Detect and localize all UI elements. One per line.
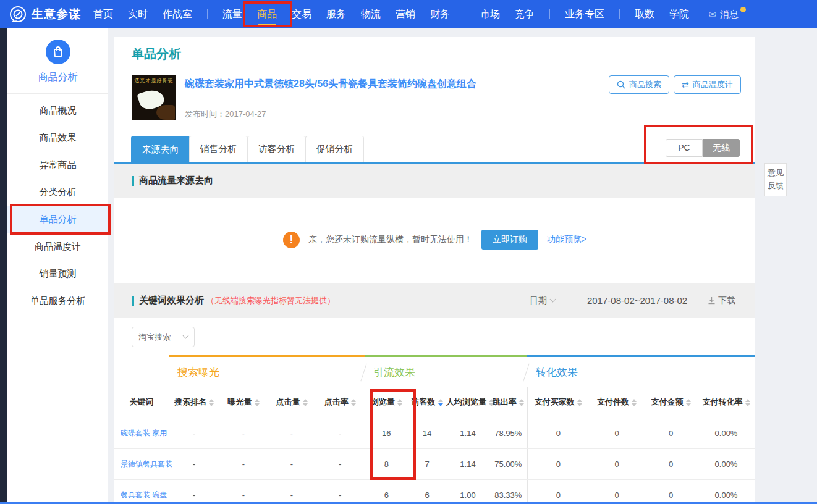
nav-item-服务[interactable]: 服务 bbox=[326, 0, 346, 28]
nav-divider bbox=[207, 9, 208, 19]
cell-支付买家数: 0 bbox=[527, 418, 589, 449]
keyword-section-bar: 关键词效果分析 （无线端搜索曝光指标暂无法提供） 日期 2017-08-02~2… bbox=[114, 283, 755, 318]
download-button[interactable]: 下载 bbox=[708, 295, 735, 306]
feature-preview-link[interactable]: 功能预览> bbox=[547, 234, 586, 245]
sort-icon[interactable] bbox=[686, 399, 691, 406]
product-search-label: 商品搜索 bbox=[629, 79, 661, 90]
nav-item-业务专区[interactable]: 业务专区 bbox=[565, 0, 604, 28]
tab-来源去向[interactable]: 来源去向 bbox=[131, 136, 190, 162]
sort-icon[interactable] bbox=[745, 399, 750, 406]
sort-down-arrow bbox=[397, 403, 402, 406]
column-header-跳出率[interactable]: 跳出率 bbox=[489, 387, 527, 418]
channel-select[interactable]: 淘宝搜索 bbox=[132, 327, 195, 347]
toggle-option-PC[interactable]: PC bbox=[666, 139, 703, 157]
top-navbar: 生意参谋 首页实时作战室流量商品交易服务物流营销财务市场竞争业务专区取数学院 ✉… bbox=[0, 0, 817, 28]
sidebar-header[interactable]: 商品分析 bbox=[7, 28, 108, 94]
nav-item-学院[interactable]: 学院 bbox=[669, 0, 689, 28]
sidebar-item-销量预测[interactable]: 销量预测 bbox=[7, 260, 108, 287]
keyword-link[interactable]: 碗碟套装 家用 bbox=[114, 418, 169, 449]
main-content: 单品分析 透光才是好骨瓷 碗碟套装家用中式景德镇28头/56头骨瓷餐具套装简约碗… bbox=[114, 37, 755, 504]
column-header-点击量[interactable]: 点击量 bbox=[268, 387, 316, 418]
cell-曝光量: - bbox=[219, 480, 268, 504]
product-title-link[interactable]: 碗碟套装家用中式景德镇28头/56头骨瓷餐具套装简约碗盘创意组合 bbox=[185, 78, 593, 91]
nav-item-交易[interactable]: 交易 bbox=[292, 0, 311, 28]
sidebar-item-商品温度计[interactable]: 商品温度计 bbox=[7, 233, 108, 260]
product-thermometer-button[interactable]: ⇄ 商品温度计 bbox=[674, 75, 741, 94]
sort-icon[interactable] bbox=[577, 399, 582, 406]
nav-item-市场[interactable]: 市场 bbox=[480, 0, 500, 28]
flow-section-bar: 商品流量来源去向 bbox=[114, 164, 755, 198]
tab-销售分析[interactable]: 销售分析 bbox=[189, 136, 248, 162]
swap-icon: ⇄ bbox=[682, 80, 689, 90]
analysis-tabs: 来源去向销售分析访客分析促销分析 bbox=[132, 136, 364, 162]
nav-item-营销[interactable]: 营销 bbox=[396, 0, 415, 28]
sort-icon[interactable] bbox=[519, 399, 524, 406]
product-thumbnail[interactable]: 透光才是好骨瓷 bbox=[132, 75, 176, 120]
tab-访客分析[interactable]: 访客分析 bbox=[247, 136, 306, 162]
column-header-人均浏览量[interactable]: 人均浏览量 bbox=[446, 387, 489, 418]
keyword-link[interactable]: 餐具套装 碗盘 bbox=[114, 480, 169, 504]
table-group-row: 搜索曝光引流效果转化效果 bbox=[114, 356, 755, 387]
sort-icon[interactable] bbox=[632, 399, 637, 406]
nav-divider bbox=[549, 9, 550, 19]
sort-down-arrow bbox=[351, 403, 356, 406]
channel-select-value: 淘宝搜索 bbox=[138, 332, 171, 343]
sort-up-arrow bbox=[351, 399, 356, 402]
sort-icon[interactable] bbox=[351, 399, 356, 406]
keyword-link[interactable]: 景德镇餐具套装 bbox=[114, 449, 169, 480]
date-dropdown[interactable]: 日期 bbox=[530, 295, 555, 306]
sort-icon[interactable] bbox=[438, 399, 443, 406]
cell-浏览量: 6 bbox=[365, 480, 408, 504]
order-now-button[interactable]: 立即订购 bbox=[481, 230, 538, 250]
sort-icon[interactable] bbox=[209, 399, 214, 406]
cell-支付转化率: 0.00% bbox=[697, 449, 755, 480]
table-group-搜索曝光: 搜索曝光 bbox=[169, 356, 365, 387]
brand[interactable]: 生意参谋 bbox=[10, 6, 81, 22]
sort-icon[interactable] bbox=[303, 399, 308, 406]
column-header-关键词[interactable]: 关键词 bbox=[114, 387, 169, 418]
sidebar-item-单品服务分析[interactable]: 单品服务分析 bbox=[7, 287, 108, 314]
sort-up-arrow bbox=[632, 399, 637, 402]
nav-item-流量[interactable]: 流量 bbox=[222, 0, 242, 28]
nav-item-商品[interactable]: 商品 bbox=[257, 0, 277, 28]
chevron-down-icon bbox=[550, 296, 556, 303]
warning-icon: ! bbox=[283, 232, 300, 248]
nav-item-竞争[interactable]: 竞争 bbox=[515, 0, 535, 28]
sidebar-item-商品效果[interactable]: 商品效果 bbox=[7, 124, 108, 151]
nav-item-物流[interactable]: 物流 bbox=[361, 0, 381, 28]
nav-item-作战室[interactable]: 作战室 bbox=[163, 0, 192, 28]
nav-divider bbox=[465, 9, 465, 19]
toggle-option-无线[interactable]: 无线 bbox=[703, 139, 740, 157]
sort-up-arrow bbox=[209, 399, 214, 402]
column-header-支付转化率[interactable]: 支付转化率 bbox=[697, 387, 755, 418]
sort-icon[interactable] bbox=[397, 399, 402, 406]
feedback-button[interactable]: 意见反馈 bbox=[764, 163, 787, 196]
nav-item-取数[interactable]: 取数 bbox=[635, 0, 654, 28]
cell-支付件数: 0 bbox=[589, 449, 645, 480]
column-header-浏览量[interactable]: 浏览量 bbox=[365, 387, 408, 418]
sidebar-item-分类分析[interactable]: 分类分析 bbox=[7, 178, 108, 206]
column-header-支付金额[interactable]: 支付金额 bbox=[645, 387, 697, 418]
tab-促销分析[interactable]: 促销分析 bbox=[305, 136, 364, 162]
sidebar-item-异常商品[interactable]: 异常商品 bbox=[7, 151, 108, 178]
cell-支付转化率: 0.00% bbox=[697, 480, 755, 504]
column-header-搜索排名[interactable]: 搜索排名 bbox=[169, 387, 219, 418]
column-header-支付件数[interactable]: 支付件数 bbox=[589, 387, 645, 418]
device-toggle: PC无线 bbox=[666, 139, 740, 157]
nav-item-财务[interactable]: 财务 bbox=[430, 0, 450, 28]
column-header-支付买家数[interactable]: 支付买家数 bbox=[527, 387, 589, 418]
sidebar-item-商品概况[interactable]: 商品概况 bbox=[7, 97, 108, 124]
column-header-曝光量[interactable]: 曝光量 bbox=[219, 387, 268, 418]
product-search-button[interactable]: 商品搜索 bbox=[609, 75, 669, 94]
nav-item-实时[interactable]: 实时 bbox=[128, 0, 148, 28]
sort-down-arrow bbox=[209, 403, 214, 406]
nav-item-首页[interactable]: 首页 bbox=[93, 0, 113, 28]
sort-icon[interactable] bbox=[255, 399, 260, 406]
message-label: 消息 bbox=[720, 9, 739, 20]
left-dark-rail bbox=[0, 28, 7, 504]
sidebar-item-单品分析[interactable]: 单品分析 bbox=[7, 206, 108, 233]
message-entry[interactable]: ✉ 消息 bbox=[708, 9, 748, 20]
sort-up-arrow bbox=[519, 399, 524, 402]
column-header-访客数[interactable]: 访客数 bbox=[408, 387, 446, 418]
column-header-点击率[interactable]: 点击率 bbox=[316, 387, 365, 418]
